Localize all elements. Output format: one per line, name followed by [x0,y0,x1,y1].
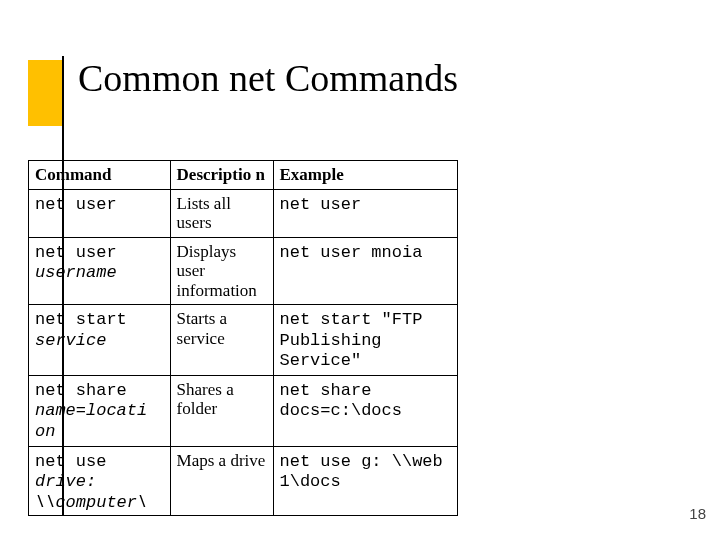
cmd-text: net use [35,452,106,471]
commands-table-wrap: Command Descriptio n Example net user Li… [28,160,458,516]
header-command: Command [29,161,171,190]
cmd-arg: username [35,263,117,282]
cmd-desc: Maps a drive [177,451,267,511]
cmd-example: net user [280,195,362,214]
cmd-text: net share [35,381,127,400]
cmd-desc: Starts a service [170,305,273,376]
cmd-desc: Lists all users [170,189,273,237]
page-number: 18 [689,505,706,522]
cmd-example: net start "FTP Publishing Service" [280,310,423,370]
cmd-example: net share docs=c:\docs [280,381,402,421]
cmd-text: net start [35,310,127,329]
header-description: Descriptio n [170,161,273,190]
cmd-example: net use g: \\web 1\docs [280,452,443,492]
accent-box [28,60,62,126]
cmd-desc: Displays user information [170,237,273,305]
cmd-text: net user [35,243,117,262]
commands-table: Command Descriptio n Example net user Li… [28,160,458,516]
cmd-arg: name=locati on [35,401,147,441]
cmd-example: net user mnoia [280,243,423,262]
slide-title: Common net Commands [78,56,458,100]
table-row: net use drive: \\computer\ Maps a drive … [29,446,458,515]
table-row: net user username Displays user informat… [29,237,458,305]
table-row: net start service Starts a service net s… [29,305,458,376]
header-example: Example [273,161,457,190]
cmd-arg: drive: \\computer\ [35,472,147,510]
table-header-row: Command Descriptio n Example [29,161,458,190]
cmd-text: net user [35,195,117,214]
table-row: net user Lists all users net user [29,189,458,237]
cmd-arg: service [35,331,106,350]
table-row: net share name=locati on Shares a folder… [29,375,458,446]
cmd-desc: Shares a folder [170,375,273,446]
